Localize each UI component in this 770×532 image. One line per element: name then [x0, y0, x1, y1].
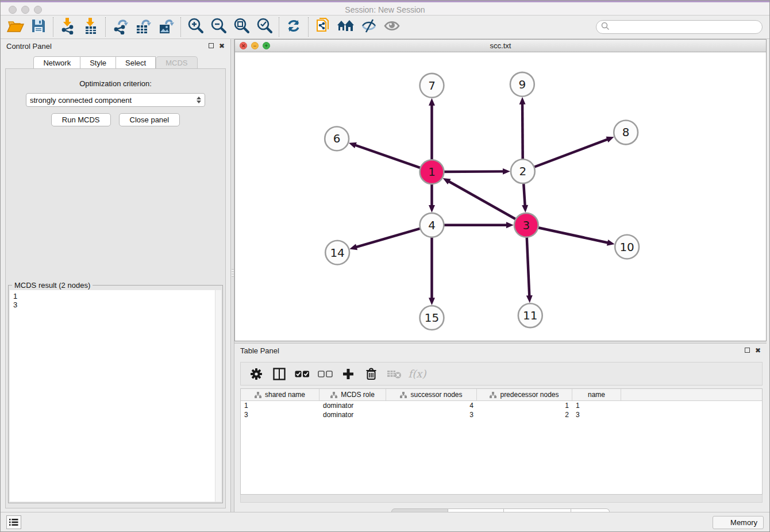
tab-select[interactable]: Select	[116, 56, 156, 69]
close-network-button[interactable]: ✕	[240, 42, 247, 49]
column-header-mcds-role[interactable]: MCDS role	[319, 389, 386, 400]
zoom-fit-button[interactable]	[230, 17, 253, 37]
graph-edge[interactable]	[537, 228, 609, 243]
clone-network-icon	[315, 17, 331, 37]
network-graph: 7968124314101511	[235, 52, 766, 341]
result-scrollbar[interactable]	[215, 290, 221, 502]
network-window-titlebar: ✕ − + scc.txt	[235, 40, 766, 52]
gear-icon[interactable]	[249, 367, 264, 381]
run-mcds-button[interactable]: Run MCDS	[51, 113, 111, 126]
close-panel-button[interactable]: Close panel	[119, 113, 180, 126]
task-history-button[interactable]	[6, 515, 21, 529]
export-image-icon	[157, 17, 175, 37]
table-toolbar: f(x)	[240, 362, 763, 385]
search-box[interactable]	[596, 20, 763, 34]
graph-edge[interactable]	[448, 181, 517, 219]
column-header-predecessor-nodes[interactable]: predecessor nodes	[477, 389, 572, 400]
export-network-icon	[111, 17, 129, 37]
minimize-network-button[interactable]: −	[251, 42, 259, 49]
vertical-splitter[interactable]	[230, 39, 234, 512]
toolbar-separator	[308, 17, 309, 37]
open-session-icon	[7, 18, 24, 36]
window-title: Session: New Session	[1, 5, 769, 14]
graph-edge-arrowhead	[526, 295, 533, 303]
show-all-button[interactable]	[380, 17, 403, 37]
table-row[interactable]: 1 dominator 4 1 1	[241, 401, 762, 410]
network-view-window: ✕ − + scc.txt 7968124314101511	[234, 39, 767, 341]
graph-node-label: 2	[519, 165, 527, 178]
graph-node-label: 6	[333, 132, 341, 145]
column-header-successor-nodes[interactable]: successor nodes	[386, 389, 477, 400]
save-session-button[interactable]	[27, 17, 50, 37]
control-panel-tabs: Network Style Select MCDS	[1, 56, 230, 69]
export-table-button[interactable]	[132, 17, 155, 37]
tree-icon	[490, 392, 496, 398]
memory-button[interactable]: Memory	[713, 516, 764, 529]
splitter-grip	[232, 269, 234, 277]
select-all-icon[interactable]	[295, 367, 310, 381]
delete-table-icon[interactable]	[387, 367, 402, 381]
table-row[interactable]: 3 dominator 3 2 3	[241, 410, 762, 419]
zoom-out-button[interactable]	[207, 17, 230, 37]
graph-edge-arrowhead	[429, 98, 435, 106]
float-panel-icon[interactable]	[209, 43, 214, 49]
window-titlebar: Session: New Session	[1, 1, 769, 16]
mcds-result-box: MCDS result (2 nodes) 1 3	[8, 285, 223, 503]
graph-edge[interactable]	[533, 139, 609, 167]
table-panel: Table Panel ✖	[234, 343, 767, 512]
graph-edge[interactable]	[522, 103, 523, 161]
graph-edge[interactable]	[355, 145, 421, 168]
graph-edge[interactable]	[527, 236, 530, 297]
graph-node-label: 7	[428, 79, 436, 92]
fx-label: f(x)	[409, 368, 426, 380]
mcds-result-text[interactable]: 1 3	[10, 290, 221, 502]
tree-icon	[400, 392, 407, 398]
graph-edge[interactable]	[523, 182, 525, 206]
import-table-button[interactable]	[79, 17, 102, 37]
function-builder-icon[interactable]: f(x)	[410, 367, 425, 381]
graph-edge-arrowhead	[429, 298, 435, 305]
import-table-icon	[83, 17, 99, 37]
import-network-button[interactable]	[56, 17, 79, 37]
float-table-panel-icon[interactable]	[745, 347, 750, 354]
add-column-icon[interactable]	[341, 367, 356, 381]
refresh-button[interactable]	[282, 17, 305, 37]
toolbar-separator	[53, 17, 53, 37]
table-horizontal-scrollbar[interactable]	[240, 495, 763, 503]
close-table-panel-icon[interactable]: ✖	[755, 347, 761, 354]
close-panel-icon[interactable]: ✖	[219, 43, 225, 49]
graph-edge[interactable]	[442, 171, 504, 172]
hide-selected-button[interactable]	[357, 17, 380, 37]
graph-edge[interactable]	[356, 228, 422, 247]
zoom-selected-button[interactable]	[253, 17, 276, 37]
maximize-network-button[interactable]: +	[263, 42, 270, 49]
home-button[interactable]	[334, 17, 357, 37]
deselect-all-icon[interactable]	[318, 367, 333, 381]
export-image-button[interactable]	[155, 17, 178, 37]
column-header-shared-name[interactable]: shared name	[241, 389, 319, 400]
tab-mcds[interactable]: MCDS	[156, 56, 197, 69]
delete-icon[interactable]	[364, 367, 379, 381]
criterion-select[interactable]: strongly connected component	[26, 93, 205, 107]
select-stepper-icon	[197, 97, 201, 103]
column-header-name[interactable]: name	[572, 389, 621, 400]
zoom-in-button[interactable]	[184, 17, 207, 37]
export-network-button[interactable]	[109, 17, 132, 37]
network-canvas[interactable]: 7968124314101511	[235, 52, 766, 341]
tab-style[interactable]: Style	[80, 56, 116, 69]
clone-network-button[interactable]	[311, 17, 334, 37]
search-icon	[601, 22, 610, 33]
save-session-icon	[30, 18, 47, 36]
graph-node-label: 3	[522, 219, 530, 232]
refresh-icon	[286, 18, 302, 36]
node-table[interactable]: shared name MCDS role successor nodes pr…	[240, 388, 763, 495]
search-input[interactable]	[610, 23, 757, 32]
node-table-header: shared name MCDS role successor nodes pr…	[241, 389, 762, 401]
tab-network[interactable]: Network	[33, 56, 80, 69]
open-session-button[interactable]	[4, 17, 27, 37]
import-network-icon	[60, 17, 76, 37]
graph-edge-arrowhead	[519, 97, 526, 105]
tree-icon	[255, 392, 261, 398]
split-columns-icon[interactable]	[272, 367, 287, 381]
toolbar-separator	[105, 17, 106, 37]
